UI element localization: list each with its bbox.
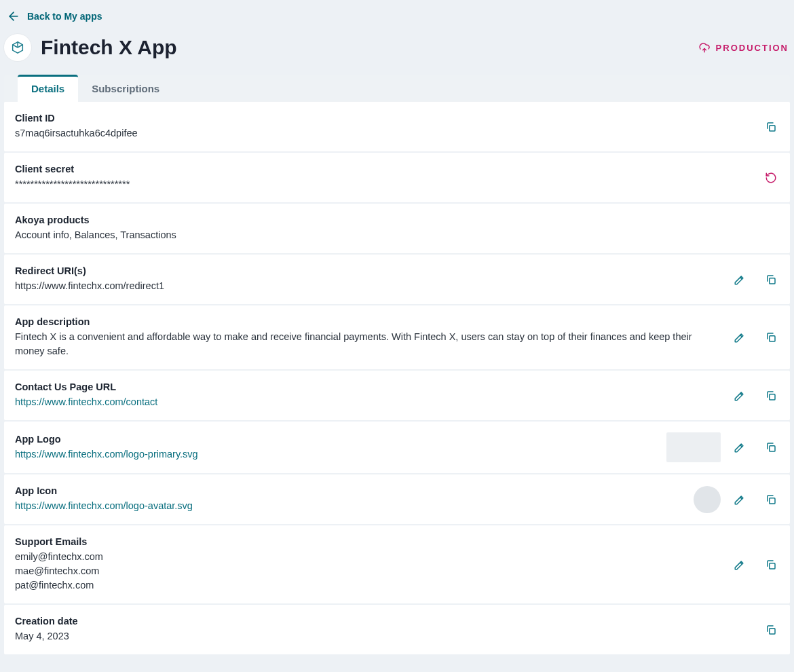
back-link-label: Back to My apps xyxy=(27,11,102,22)
edit-support-emails-button[interactable] xyxy=(732,557,748,573)
field-client-secret: Client secret **************************… xyxy=(4,153,790,202)
env-badge: PRODUCTION xyxy=(698,41,789,54)
svg-rect-6 xyxy=(770,125,775,130)
svg-line-4 xyxy=(13,45,18,48)
field-creation-date: Creation date May 4, 2023 xyxy=(4,605,790,654)
copy-icon xyxy=(765,559,777,571)
hexagon-icon xyxy=(10,40,25,55)
pencil-icon xyxy=(734,390,746,402)
value-redirect-uris: https://www.fintechx.com/redirect1 xyxy=(15,279,721,293)
label-description: App description xyxy=(15,316,721,327)
field-app-icon: App Icon https://www.fintechx.com/logo-a… xyxy=(4,474,790,524)
value-client-id: s7maq6irsactuhka6c4dpifee xyxy=(15,126,752,141)
value-app-icon[interactable]: https://www.fintechx.com/logo-avatar.svg xyxy=(15,499,683,513)
copy-support-emails-button[interactable] xyxy=(763,557,779,573)
copy-icon xyxy=(765,493,777,506)
value-client-secret: ****************************** xyxy=(15,177,752,191)
label-app-icon: App Icon xyxy=(15,485,683,496)
copy-client-id-button[interactable] xyxy=(763,119,779,135)
edit-app-logo-button[interactable] xyxy=(732,439,748,455)
pencil-icon xyxy=(734,331,746,343)
svg-rect-12 xyxy=(770,563,775,568)
refresh-icon xyxy=(765,172,777,184)
value-creation-date: May 4, 2023 xyxy=(15,629,752,643)
label-client-id: Client ID xyxy=(15,113,752,124)
field-description: App description Fintech X is a convenien… xyxy=(4,305,790,369)
label-client-secret: Client secret xyxy=(15,164,752,174)
field-contact-url: Contact Us Page URL https://www.fintechx… xyxy=(4,371,790,420)
support-email-item: mae@fintechx.com xyxy=(15,564,721,578)
app-logo-preview xyxy=(666,432,721,462)
label-app-logo: App Logo xyxy=(15,434,656,445)
app-header: Fintech X App PRODUCTION xyxy=(4,27,790,75)
value-products: Account info, Balances, Transactions xyxy=(15,228,779,242)
label-creation-date: Creation date xyxy=(15,616,752,627)
svg-rect-10 xyxy=(770,446,775,451)
copy-icon xyxy=(765,441,777,453)
copy-icon xyxy=(765,390,777,402)
label-products: Akoya products xyxy=(15,214,779,225)
copy-icon xyxy=(765,274,777,286)
field-client-id: Client ID s7maq6irsactuhka6c4dpifee xyxy=(4,102,790,151)
support-email-item: emily@fintechx.com xyxy=(15,550,721,564)
copy-icon xyxy=(765,121,777,133)
tabs: Details Subscriptions xyxy=(4,75,790,102)
field-app-logo: App Logo https://www.fintechx.com/logo-p… xyxy=(4,422,790,473)
svg-line-3 xyxy=(18,45,22,48)
svg-rect-9 xyxy=(770,394,775,399)
edit-description-button[interactable] xyxy=(732,329,748,346)
cloud-upload-icon xyxy=(698,41,711,54)
edit-redirect-uris-button[interactable] xyxy=(732,272,748,288)
value-contact-url[interactable]: https://www.fintechx.com/contact xyxy=(15,395,721,409)
tab-details[interactable]: Details xyxy=(18,75,78,102)
label-support-emails: Support Emails xyxy=(15,536,721,547)
tabs-panel: Details Subscriptions xyxy=(4,75,790,102)
app-icon-preview xyxy=(694,486,721,513)
copy-app-logo-button[interactable] xyxy=(763,439,779,455)
svg-rect-7 xyxy=(770,278,775,283)
label-contact-url: Contact Us Page URL xyxy=(15,381,721,392)
edit-app-icon-button[interactable] xyxy=(732,491,748,508)
pencil-icon xyxy=(734,441,746,453)
arrow-left-icon xyxy=(7,10,20,23)
app-logo-circle xyxy=(4,34,31,61)
field-products: Akoya products Account info, Balances, T… xyxy=(4,204,790,253)
field-support-emails: Support Emails emily@fintechx.com mae@fi… xyxy=(4,525,790,603)
pencil-icon xyxy=(734,559,746,571)
edit-contact-url-button[interactable] xyxy=(732,388,748,404)
back-link[interactable]: Back to My apps xyxy=(4,4,105,27)
value-support-emails: emily@fintechx.com mae@fintechx.com pat@… xyxy=(15,550,721,593)
tab-subscriptions[interactable]: Subscriptions xyxy=(78,75,173,102)
regenerate-secret-button[interactable] xyxy=(763,170,779,186)
pencil-icon xyxy=(734,274,746,286)
env-label: PRODUCTION xyxy=(716,43,789,53)
copy-creation-date-button[interactable] xyxy=(763,622,779,638)
label-redirect-uris: Redirect URI(s) xyxy=(15,265,721,276)
support-email-item: pat@fintechx.com xyxy=(15,578,721,593)
copy-description-button[interactable] xyxy=(763,329,779,346)
copy-app-icon-button[interactable] xyxy=(763,491,779,508)
field-redirect-uris: Redirect URI(s) https://www.fintechx.com… xyxy=(4,255,790,304)
copy-redirect-uris-button[interactable] xyxy=(763,272,779,288)
svg-rect-13 xyxy=(770,628,775,633)
page-title: Fintech X App xyxy=(41,36,698,59)
copy-icon xyxy=(765,624,777,636)
svg-rect-11 xyxy=(770,498,775,503)
value-description: Fintech X is a convenient and affordable… xyxy=(15,330,721,358)
value-app-logo[interactable]: https://www.fintechx.com/logo-primary.sv… xyxy=(15,447,656,462)
copy-icon xyxy=(765,331,777,343)
svg-rect-8 xyxy=(770,336,775,341)
pencil-icon xyxy=(734,493,746,506)
copy-contact-url-button[interactable] xyxy=(763,388,779,404)
